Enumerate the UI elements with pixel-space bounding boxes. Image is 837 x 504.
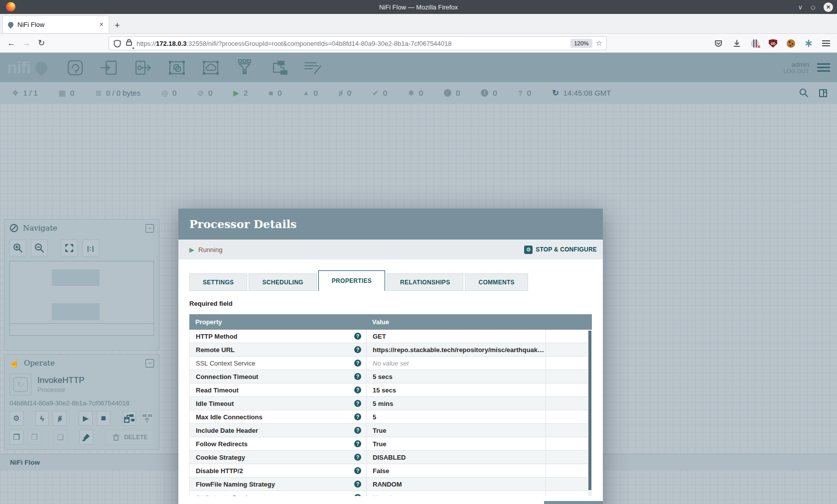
zoom-fit-button[interactable] [61,240,78,256]
property-row: Connection Timeout?5 secs [190,370,592,383]
back-button[interactable]: ← [4,38,19,48]
tab-close-icon[interactable]: ✕ [99,21,104,28]
url-text: https://172.18.0.3:32558/nifi/?processGr… [137,40,567,47]
status-locally-modified-stale-count: 0 [493,89,497,97]
browser-tabstrip: NiFi Flow ✕ + [0,14,837,34]
trash-icon [112,433,121,442]
delete-button[interactable]: DELETE [105,430,154,445]
help-icon[interactable]: ? [354,440,361,447]
status-invalid: ▲0 [303,89,318,97]
help-icon[interactable]: ? [354,467,361,474]
zoom-in-button[interactable] [9,240,26,256]
ok-button[interactable]: OK [544,501,603,504]
window-minimize-button[interactable]: ∨ [798,4,803,10]
pocket-icon[interactable] [714,39,723,48]
help-icon[interactable]: ? [354,454,361,461]
help-icon[interactable]: ? [354,333,361,340]
breadcrumb-root[interactable]: NiFi Flow [10,459,40,466]
output-port-component-icon[interactable] [132,58,154,77]
url-path: :32558/nifi/?processGroupId=root&compone… [186,40,451,47]
tracking-shield-icon[interactable] [113,39,122,48]
refresh-button[interactable]: ↻ [34,38,49,48]
help-icon[interactable]: ? [354,386,361,393]
refresh-icon[interactable]: ↻ [552,88,558,98]
tab-comments[interactable]: COMMENTS [465,273,528,291]
navigate-collapse-button[interactable]: − [145,224,154,233]
value-cell: 5 mins [367,397,546,410]
disable-button[interactable]: ϟ [53,411,67,426]
copy-button[interactable]: ❐ [9,430,23,445]
cookie-extension-icon[interactable] [787,39,795,48]
window-close-button[interactable]: ✕ [824,2,833,12]
tab-properties[interactable]: PROPERTIES [318,270,385,291]
save-flow-icon [124,413,135,424]
panel-toggle-icon[interactable] [818,88,828,98]
ublock-origin-icon[interactable]: UO [769,39,777,48]
configure-button[interactable]: ⚙ [9,411,23,426]
table-scrollbar[interactable] [588,330,592,496]
fill-color-button[interactable] [79,430,93,445]
lock-warning-icon: ▲ [132,46,135,49]
input-port-component-icon[interactable] [98,58,120,77]
tab-settings[interactable]: SETTINGS [189,273,247,291]
stop-button[interactable]: ■ [97,411,111,426]
group-button[interactable]: ❏ [53,430,67,445]
property-name: Follow Redirects [196,440,354,448]
help-icon[interactable]: ? [354,373,361,380]
stop-and-configure-button[interactable]: ⚙ STOP & CONFIGURE [524,246,597,254]
help-icon[interactable]: ? [354,413,361,420]
template-component-icon[interactable] [268,58,289,77]
status-last-refreshed: ↻ 14:45:08 GMT [552,88,611,98]
funnel-component-icon[interactable] [234,58,256,77]
table-scrollbar-thumb[interactable] [588,331,591,490]
zoom-out-button[interactable] [31,240,48,256]
status-active-threads: ▦0 [59,89,75,97]
birdseye-minimap[interactable] [9,261,154,324]
page-zoom-badge[interactable]: 120% [570,39,592,48]
flow-canvas[interactable]: NiFi Flow Navigate − |:| [0,104,837,504]
logout-link[interactable]: LOG OUT [783,68,809,74]
global-menu-icon[interactable] [817,61,830,74]
privacy-badger-icon[interactable]: ✕ [751,39,759,48]
property-name: Include Date Header [196,427,354,434]
save-flow-version-button[interactable] [123,411,137,426]
property-row: Max Idle Connections?5 [190,410,592,424]
operate-collapse-button[interactable]: − [145,359,154,368]
paste-button[interactable]: ❐ [27,430,41,445]
lightning-slash-icon: ϟ [58,414,62,423]
selected-component-icon: ↻ [9,374,31,395]
revert-flow-version-button[interactable] [140,411,154,426]
gear-icon: ⚙ [13,414,19,423]
help-icon[interactable]: ? [354,494,361,496]
new-tab-button[interactable]: + [115,21,120,30]
forward-button[interactable]: → [19,38,34,48]
current-user: admin [783,61,809,68]
status-locally-modified-stale: !0 [481,89,497,97]
multi-account-containers-icon[interactable] [805,39,813,47]
help-icon[interactable]: ? [354,400,361,407]
zoom-actual-size-button[interactable]: |:| [82,240,99,256]
start-button[interactable]: ▶ [79,411,93,426]
tab-scheduling[interactable]: SCHEDULING [249,273,316,291]
help-icon[interactable]: ? [354,481,361,488]
help-icon[interactable]: ? [354,346,361,353]
url-bar[interactable]: ▲ https://172.18.0.3:32558/nifi/?process… [109,36,607,50]
bookmark-star-icon[interactable]: ☆ [596,39,602,48]
search-icon[interactable] [799,88,809,98]
tab-title: NiFi Flow [17,21,95,28]
enable-button[interactable]: ϟ [35,411,49,426]
browser-menu-icon[interactable] [822,39,830,48]
downloads-icon[interactable] [732,39,741,48]
property-row: Disable HTTP/2?False [190,464,592,478]
help-icon[interactable]: ? [354,427,361,434]
lock-icon[interactable]: ▲ [125,38,133,48]
remote-process-group-component-icon[interactable] [200,58,222,77]
status-active-threads-count: 0 [70,89,74,97]
help-icon[interactable]: ? [354,360,361,367]
label-component-icon[interactable] [301,58,323,77]
browser-tab-nifi-flow[interactable]: NiFi Flow ✕ [3,16,109,33]
processor-component-icon[interactable] [64,58,86,77]
tab-relationships[interactable]: RELATIONSHIPS [387,273,463,291]
window-maximize-button[interactable]: ◇ [811,4,816,10]
process-group-component-icon[interactable] [166,58,188,77]
